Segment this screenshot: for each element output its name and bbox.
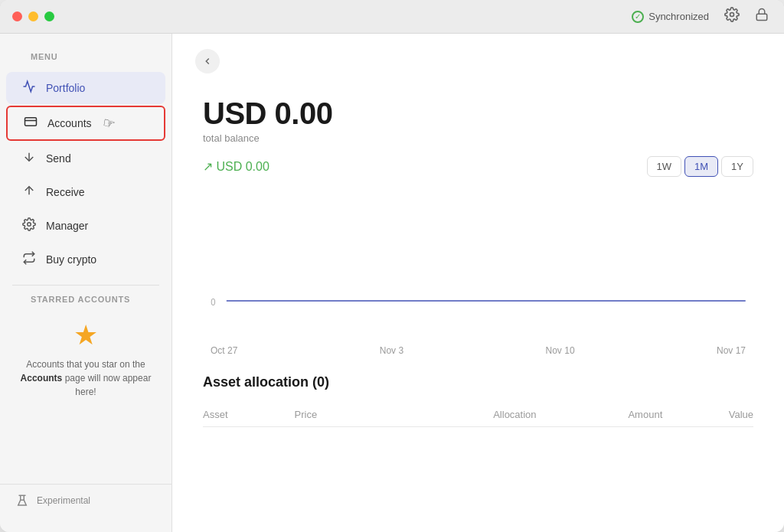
col-amount: Amount: [537, 403, 663, 427]
chart-delta-value: ↗ USD 0.00: [203, 159, 270, 174]
chart-delta: ↗ USD 0.00: [203, 159, 270, 174]
back-button[interactable]: [195, 49, 220, 73]
sidebar: MENU Portfolio: [0, 34, 172, 532]
settings-icon[interactable]: [724, 7, 740, 26]
timeframe-buttons: 1W 1M 1Y: [647, 156, 753, 177]
starred-section: STARRED ACCOUNTS ★ Accounts that you sta…: [0, 295, 172, 484]
sync-badge: ✓ Synchronized: [632, 11, 709, 23]
x-label-nov10: Nov 10: [546, 345, 575, 356]
asset-table-header-row: Asset Price Allocation Amount Value: [203, 403, 753, 427]
app-window: ✓ Synchronized MENU: [0, 0, 784, 532]
send-icon: [21, 150, 37, 167]
balance-amount: USD 0.00: [203, 96, 753, 131]
portfolio-label: Portfolio: [46, 82, 85, 94]
x-label-nov17: Nov 17: [717, 345, 746, 356]
asset-table: Asset Price Allocation Amount Value: [203, 403, 753, 427]
sidebar-item-portfolio[interactable]: Portfolio: [6, 72, 165, 104]
starred-section-label: STARRED ACCOUNTS: [15, 295, 156, 304]
receive-label: Receive: [46, 186, 85, 198]
buy-crypto-label: Buy crypto: [46, 253, 96, 266]
sidebar-item-receive[interactable]: Receive: [6, 176, 165, 208]
cursor-hand-icon: ☞: [100, 113, 116, 132]
x-label-nov3: Nov 3: [380, 345, 403, 356]
col-price: Price: [295, 403, 378, 427]
sidebar-item-send[interactable]: Send: [6, 142, 165, 175]
starred-empty-state: ★ Accounts that you star on the Accounts…: [15, 319, 156, 399]
sidebar-item-accounts[interactable]: Accounts ☞: [6, 106, 165, 141]
accounts-label: Accounts: [47, 117, 92, 129]
sidebar-footer: Experimental: [0, 484, 172, 517]
col-value: Value: [662, 403, 753, 427]
main-layout: MENU Portfolio: [0, 34, 784, 532]
manager-label: Manager: [46, 220, 88, 232]
timeframe-1m[interactable]: 1M: [684, 156, 718, 177]
sidebar-item-manager[interactable]: Manager: [6, 210, 165, 242]
titlebar-actions: ✓ Synchronized: [632, 7, 769, 26]
receive-icon: [21, 184, 37, 201]
send-label: Send: [46, 152, 71, 165]
sync-icon: ✓: [632, 11, 644, 23]
svg-rect-2: [25, 118, 37, 126]
experimental-item[interactable]: Experimental: [15, 494, 156, 508]
chart-svg: 0: [203, 186, 753, 339]
portfolio-icon: [21, 80, 37, 96]
balance-section: USD 0.00 total balance: [203, 96, 753, 144]
chart-header: ↗ USD 0.00 1W 1M 1Y: [203, 156, 753, 177]
timeframe-1w[interactable]: 1W: [647, 156, 682, 177]
manager-icon: [21, 217, 37, 234]
asset-table-head: Asset Price Allocation Amount Value: [203, 403, 753, 427]
buy-crypto-icon: [21, 251, 37, 268]
svg-point-6: [28, 223, 31, 227]
close-button[interactable]: [12, 11, 22, 21]
svg-text:0: 0: [211, 296, 216, 307]
star-icon: ★: [74, 319, 98, 351]
col-allocation: Allocation: [377, 403, 536, 427]
svg-point-0: [730, 13, 734, 17]
chart-section: ↗ USD 0.00 1W 1M 1Y 0: [203, 156, 753, 356]
maximize-button[interactable]: [44, 11, 54, 21]
svg-rect-1: [756, 14, 767, 20]
col-asset: Asset: [203, 403, 295, 427]
titlebar: ✓ Synchronized: [0, 0, 784, 34]
experimental-icon: [15, 494, 29, 508]
accounts-icon: [23, 115, 38, 132]
chart-container: 0: [203, 186, 753, 339]
chart-x-labels: Oct 27 Nov 3 Nov 10 Nov 17: [203, 345, 753, 356]
sidebar-divider: [12, 285, 159, 286]
balance-label: total balance: [203, 132, 753, 144]
sidebar-nav: Portfolio Accounts ☞: [0, 72, 172, 276]
timeframe-1y[interactable]: 1Y: [721, 156, 753, 177]
content-header: [172, 34, 784, 73]
lock-icon[interactable]: [755, 8, 769, 25]
main-content: USD 0.00 total balance ↗ USD 0.00 1W 1M …: [172, 34, 784, 532]
starred-empty-text: Accounts that you star on the Accounts p…: [15, 357, 156, 399]
menu-section-label: MENU: [15, 52, 74, 61]
experimental-label: Experimental: [37, 495, 90, 506]
asset-allocation-title: Asset allocation (0): [203, 374, 753, 390]
minimize-button[interactable]: [28, 11, 38, 21]
asset-allocation-section: Asset allocation (0) Asset Price Allocat…: [203, 374, 753, 427]
sidebar-item-buy-crypto[interactable]: Buy crypto: [6, 243, 165, 276]
x-label-oct27: Oct 27: [211, 345, 237, 356]
traffic-lights: [12, 11, 54, 21]
sync-label: Synchronized: [648, 11, 709, 22]
content-body: USD 0.00 total balance ↗ USD 0.00 1W 1M …: [172, 73, 784, 450]
